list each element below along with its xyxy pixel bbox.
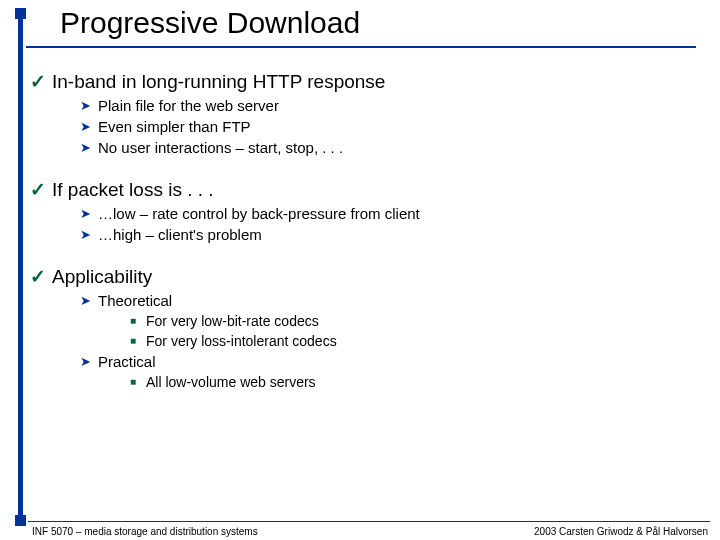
bullet-lvl2: ➤Theoretical: [80, 292, 706, 309]
arrow-icon: ➤: [80, 119, 98, 134]
left-rail: [18, 8, 23, 526]
check-icon: ✓: [30, 178, 52, 201]
square-icon: ■: [130, 376, 146, 387]
lvl2-text: Even simpler than FTP: [98, 118, 251, 135]
bullet-lvl2: ➤No user interactions – start, stop, . .…: [80, 139, 706, 156]
slide-title: Progressive Download: [60, 6, 360, 40]
arrow-icon: ➤: [80, 206, 98, 221]
lvl1-text: Applicability: [52, 266, 152, 287]
bullet-lvl2: ➤…low – rate control by back-pressure fr…: [80, 205, 706, 222]
check-icon: ✓: [30, 265, 52, 288]
arrow-icon: ➤: [80, 98, 98, 113]
check-icon: ✓: [30, 70, 52, 93]
content-area: ✓In-band in long-running HTTP response ➤…: [30, 60, 706, 390]
lvl3-text: For very low-bit-rate codecs: [146, 313, 319, 329]
bullet-lvl2: ➤Even simpler than FTP: [80, 118, 706, 135]
arrow-icon: ➤: [80, 140, 98, 155]
bullet-lvl2: ➤Plain file for the web server: [80, 97, 706, 114]
lvl2-text: No user interactions – start, stop, . . …: [98, 139, 343, 156]
lvl2-text: Plain file for the web server: [98, 97, 279, 114]
lvl3-text: For very loss-intolerant codecs: [146, 333, 337, 349]
lvl2-text: …high – client's problem: [98, 226, 262, 243]
bullet-lvl3: ■For very loss-intolerant codecs: [130, 333, 706, 349]
lvl1-text: If packet loss is . . .: [52, 179, 214, 200]
rail-ornament-bottom: [15, 515, 26, 526]
bullet-lvl2: ➤…high – client's problem: [80, 226, 706, 243]
bullet-lvl1: ✓Applicability: [30, 265, 706, 288]
square-icon: ■: [130, 315, 146, 326]
arrow-icon: ➤: [80, 293, 98, 308]
bullet-lvl3: ■All low-volume web servers: [130, 374, 706, 390]
bullet-lvl1: ✓If packet loss is . . .: [30, 178, 706, 201]
lvl1-text: In-band in long-running HTTP response: [52, 71, 385, 92]
footer-right-text: 2003 Carsten Griwodz & Pål Halvorsen: [534, 526, 708, 537]
arrow-icon: ➤: [80, 227, 98, 242]
slide: Progressive Download ✓In-band in long-ru…: [0, 0, 720, 540]
lvl2-text: …low – rate control by back-pressure fro…: [98, 205, 420, 222]
rail-ornament-top: [15, 8, 26, 19]
title-underline: [26, 46, 696, 48]
arrow-icon: ➤: [80, 354, 98, 369]
lvl2-text: Theoretical: [98, 292, 172, 309]
lvl2-text: Practical: [98, 353, 156, 370]
footer-divider: [28, 521, 710, 522]
lvl3-text: All low-volume web servers: [146, 374, 316, 390]
bullet-lvl2: ➤Practical: [80, 353, 706, 370]
bullet-lvl3: ■For very low-bit-rate codecs: [130, 313, 706, 329]
footer-left-text: INF 5070 – media storage and distributio…: [32, 526, 258, 537]
square-icon: ■: [130, 335, 146, 346]
bullet-lvl1: ✓In-band in long-running HTTP response: [30, 70, 706, 93]
